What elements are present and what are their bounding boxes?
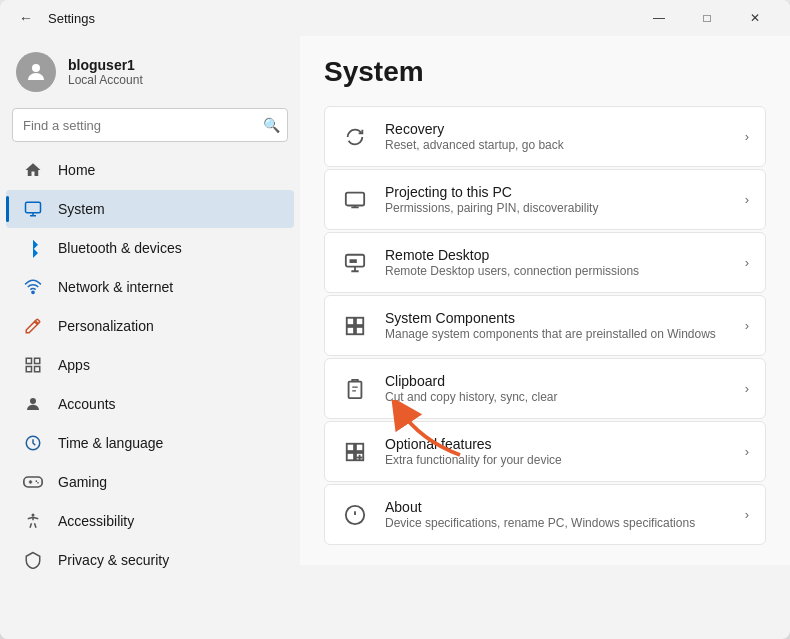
optional-features-icon bbox=[341, 438, 369, 466]
optional-features-desc: Extra functionality for your device bbox=[385, 453, 729, 467]
svg-rect-13 bbox=[346, 192, 364, 205]
svg-rect-20 bbox=[347, 443, 354, 450]
sidebar-item-network[interactable]: Network & internet bbox=[6, 268, 294, 306]
svg-rect-16 bbox=[356, 317, 363, 324]
privacy-icon bbox=[22, 549, 44, 571]
remote-desktop-desc: Remote Desktop users, connection permiss… bbox=[385, 264, 729, 278]
user-profile[interactable]: bloguser1 Local Account bbox=[0, 36, 300, 104]
svg-rect-18 bbox=[356, 326, 363, 333]
panel-title: System bbox=[324, 56, 766, 88]
time-icon bbox=[22, 432, 44, 454]
projecting-title: Projecting to this PC bbox=[385, 184, 729, 200]
clipboard-chevron: › bbox=[745, 381, 749, 396]
remote-desktop-title: Remote Desktop bbox=[385, 247, 729, 263]
sidebar-item-accessibility-label: Accessibility bbox=[58, 513, 134, 529]
accounts-icon bbox=[22, 393, 44, 415]
projecting-desc: Permissions, pairing PIN, discoverabilit… bbox=[385, 201, 729, 215]
sidebar-item-home[interactable]: Home bbox=[6, 151, 294, 189]
settings-item-optional-features[interactable]: Optional features Extra functionality fo… bbox=[324, 421, 766, 482]
optional-features-title: Optional features bbox=[385, 436, 729, 452]
sidebar-item-home-label: Home bbox=[58, 162, 95, 178]
minimize-button[interactable]: — bbox=[636, 2, 682, 34]
clipboard-title: Clipboard bbox=[385, 373, 729, 389]
sidebar-item-privacy-label: Privacy & security bbox=[58, 552, 169, 568]
clipboard-icon bbox=[341, 375, 369, 403]
system-components-icon bbox=[341, 312, 369, 340]
remote-desktop-chevron: › bbox=[745, 255, 749, 270]
settings-item-projecting[interactable]: Projecting to this PC Permissions, pairi… bbox=[324, 169, 766, 230]
close-button[interactable]: ✕ bbox=[732, 2, 778, 34]
apps-icon bbox=[22, 354, 44, 376]
sidebar-nav: Home System bbox=[0, 150, 300, 580]
sidebar-item-accessibility[interactable]: Accessibility bbox=[6, 502, 294, 540]
settings-item-system-components[interactable]: System Components Manage system componen… bbox=[324, 295, 766, 356]
settings-window: ← Settings — □ ✕ bloguser1 Local Accou bbox=[0, 0, 790, 639]
sidebar-item-time[interactable]: Time & language bbox=[6, 424, 294, 462]
svg-point-7 bbox=[30, 398, 36, 404]
system-components-text: System Components Manage system componen… bbox=[385, 310, 729, 341]
sidebar-item-accounts[interactable]: Accounts bbox=[6, 385, 294, 423]
svg-rect-19 bbox=[349, 381, 362, 398]
account-type: Local Account bbox=[68, 73, 143, 87]
about-desc: Device specifications, rename PC, Window… bbox=[385, 516, 729, 530]
svg-point-12 bbox=[32, 514, 35, 517]
projecting-icon bbox=[341, 186, 369, 214]
settings-item-recovery[interactable]: Recovery Reset, advanced startup, go bac… bbox=[324, 106, 766, 167]
sidebar-item-privacy[interactable]: Privacy & security bbox=[6, 541, 294, 579]
sidebar-item-bluetooth-label: Bluetooth & devices bbox=[58, 240, 182, 256]
svg-rect-6 bbox=[35, 367, 40, 372]
svg-rect-5 bbox=[26, 367, 31, 372]
system-components-desc: Manage system components that are preins… bbox=[385, 327, 729, 341]
settings-item-about[interactable]: About Device specifications, rename PC, … bbox=[324, 484, 766, 545]
projecting-text: Projecting to this PC Permissions, pairi… bbox=[385, 184, 729, 215]
sidebar-item-time-label: Time & language bbox=[58, 435, 163, 451]
titlebar: ← Settings — □ ✕ bbox=[0, 0, 790, 36]
personalization-icon bbox=[22, 315, 44, 337]
sidebar-item-bluetooth[interactable]: Bluetooth & devices bbox=[6, 229, 294, 267]
sidebar-item-accounts-label: Accounts bbox=[58, 396, 116, 412]
search-input[interactable] bbox=[12, 108, 288, 142]
titlebar-controls: — □ ✕ bbox=[636, 2, 778, 34]
svg-point-10 bbox=[36, 480, 38, 482]
avatar bbox=[16, 52, 56, 92]
bluetooth-icon bbox=[22, 237, 44, 259]
recovery-desc: Reset, advanced startup, go back bbox=[385, 138, 729, 152]
recovery-text: Recovery Reset, advanced startup, go bac… bbox=[385, 121, 729, 152]
sidebar-item-apps[interactable]: Apps bbox=[6, 346, 294, 384]
svg-rect-4 bbox=[35, 358, 40, 363]
svg-rect-1 bbox=[26, 202, 41, 213]
sidebar-item-personalization[interactable]: Personalization bbox=[6, 307, 294, 345]
svg-rect-3 bbox=[26, 358, 31, 363]
system-components-chevron: › bbox=[745, 318, 749, 333]
right-panel: System Recovery Res bbox=[300, 36, 790, 565]
recovery-chevron: › bbox=[745, 129, 749, 144]
sidebar-item-apps-label: Apps bbox=[58, 357, 90, 373]
remote-desktop-text: Remote Desktop Remote Desktop users, con… bbox=[385, 247, 729, 278]
settings-list: Recovery Reset, advanced startup, go bac… bbox=[324, 106, 766, 545]
about-icon bbox=[341, 501, 369, 529]
settings-item-clipboard[interactable]: Clipboard Cut and copy history, sync, cl… bbox=[324, 358, 766, 419]
sidebar-item-system-label: System bbox=[58, 201, 105, 217]
clipboard-text: Clipboard Cut and copy history, sync, cl… bbox=[385, 373, 729, 404]
settings-item-remote-desktop[interactable]: Remote Desktop Remote Desktop users, con… bbox=[324, 232, 766, 293]
svg-rect-22 bbox=[347, 452, 354, 459]
network-icon bbox=[22, 276, 44, 298]
sidebar-item-network-label: Network & internet bbox=[58, 279, 173, 295]
svg-point-2 bbox=[32, 291, 34, 293]
accessibility-icon bbox=[22, 510, 44, 532]
home-icon bbox=[22, 159, 44, 181]
sidebar-item-gaming-label: Gaming bbox=[58, 474, 107, 490]
optional-features-text: Optional features Extra functionality fo… bbox=[385, 436, 729, 467]
user-info: bloguser1 Local Account bbox=[68, 57, 143, 87]
svg-rect-15 bbox=[347, 317, 354, 324]
username: bloguser1 bbox=[68, 57, 143, 73]
sidebar-item-system[interactable]: System bbox=[6, 190, 294, 228]
back-button[interactable]: ← bbox=[12, 4, 40, 32]
right-panel-wrapper: System Recovery Res bbox=[300, 36, 790, 639]
about-chevron: › bbox=[745, 507, 749, 522]
remote-desktop-icon bbox=[341, 249, 369, 277]
svg-point-11 bbox=[37, 482, 39, 484]
system-components-title: System Components bbox=[385, 310, 729, 326]
maximize-button[interactable]: □ bbox=[684, 2, 730, 34]
sidebar-item-gaming[interactable]: Gaming bbox=[6, 463, 294, 501]
